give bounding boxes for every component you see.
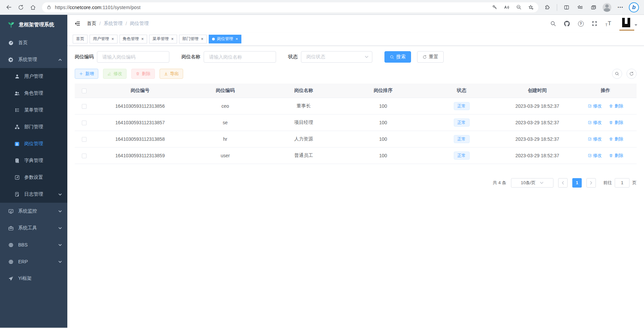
export-button[interactable]: 导出 bbox=[160, 69, 183, 79]
sidebar-item-dictionary[interactable]: 字典管理 bbox=[0, 152, 67, 169]
row-edit-link[interactable]: 修改 bbox=[588, 153, 602, 159]
tab-role-management[interactable]: 角色管理 bbox=[120, 35, 147, 43]
row-delete-link[interactable]: 删除 bbox=[609, 136, 623, 142]
sidebar-item-parameters[interactable]: 参数设置 bbox=[0, 169, 67, 186]
tab-post-management[interactable]: 岗位管理 bbox=[209, 35, 241, 43]
cell-post-sort: 100 bbox=[343, 147, 423, 164]
home-button[interactable] bbox=[27, 2, 39, 13]
close-icon[interactable] bbox=[111, 37, 114, 41]
toolbar-divider bbox=[557, 4, 557, 11]
row-delete-link[interactable]: 删除 bbox=[609, 153, 623, 159]
cell-post-id: 1641030593112313859 bbox=[94, 147, 187, 164]
sidebar-item-roles[interactable]: 角色管理 bbox=[0, 85, 67, 102]
select-all-checkbox[interactable] bbox=[82, 89, 87, 93]
row-edit-link[interactable]: 修改 bbox=[588, 136, 602, 142]
tab-menu-management[interactable]: 菜单管理 bbox=[149, 35, 177, 43]
sidebar-item-monitor[interactable]: 系统监控 bbox=[0, 203, 67, 220]
tab-home[interactable]: 首页 bbox=[73, 35, 88, 43]
refresh-button[interactable] bbox=[15, 2, 27, 13]
goto-page-input[interactable] bbox=[615, 178, 630, 188]
goto-label: 前往 bbox=[603, 180, 612, 186]
help-button[interactable] bbox=[577, 20, 585, 28]
sidebar-item-system[interactable]: 系统管理 bbox=[0, 51, 67, 68]
add-button[interactable]: 新增 bbox=[75, 69, 98, 79]
close-icon[interactable] bbox=[141, 37, 144, 41]
status-badge: 正常 bbox=[454, 152, 470, 160]
zoom-out-button[interactable] bbox=[514, 3, 524, 12]
row-checkbox[interactable] bbox=[82, 154, 87, 158]
user-avatar-menu[interactable] bbox=[620, 17, 637, 31]
sidebar-item-logs[interactable]: 日志管理 bbox=[0, 186, 67, 203]
post-code-input[interactable] bbox=[97, 51, 169, 63]
refresh-table-button[interactable] bbox=[626, 69, 637, 79]
delete-button[interactable]: 删除 bbox=[131, 69, 155, 79]
menu-fold-button[interactable] bbox=[74, 20, 81, 27]
sidebar-item-home[interactable]: 首页 bbox=[0, 34, 67, 51]
row-checkbox[interactable] bbox=[82, 137, 87, 142]
row-checkbox[interactable] bbox=[82, 104, 87, 109]
sidebar-item-tools[interactable]: 系统工具 bbox=[0, 220, 67, 236]
password-button[interactable] bbox=[489, 3, 500, 12]
collections-button[interactable] bbox=[587, 2, 600, 13]
table-row: 1641030593112313859 user 普通员工 100 正常 202… bbox=[75, 147, 637, 164]
sidebar-menu: 首页 系统管理 用户管理 bbox=[0, 34, 67, 287]
search-button[interactable]: 搜索 bbox=[384, 51, 411, 63]
search-icon bbox=[615, 71, 619, 76]
status-select[interactable]: 岗位状态 bbox=[301, 51, 372, 63]
breadcrumb-home[interactable]: 首页 bbox=[87, 21, 96, 27]
reset-button[interactable]: 重置 bbox=[417, 51, 444, 63]
row-delete-link[interactable]: 删除 bbox=[609, 120, 623, 126]
breadcrumb-current: 岗位管理 bbox=[130, 21, 149, 27]
back-button[interactable] bbox=[3, 2, 15, 13]
prev-page-button[interactable] bbox=[558, 178, 568, 188]
sidebar-item-menus[interactable]: 菜单管理 bbox=[0, 102, 67, 119]
tab-dept-management[interactable]: 部门管理 bbox=[179, 35, 207, 43]
extensions-button[interactable] bbox=[541, 2, 553, 13]
font-size-button[interactable] bbox=[604, 20, 612, 28]
sidebar-item-label: 部门管理 bbox=[24, 124, 43, 130]
chevron-left-icon bbox=[561, 181, 565, 185]
github-button[interactable] bbox=[563, 20, 571, 28]
profile-button[interactable] bbox=[601, 2, 613, 13]
close-icon[interactable] bbox=[201, 37, 204, 41]
extensions-icon bbox=[544, 4, 550, 10]
sidebar-item-posts[interactable]: 岗位管理 bbox=[0, 135, 67, 152]
fullscreen-button[interactable] bbox=[590, 20, 599, 28]
next-page-button[interactable] bbox=[586, 178, 596, 188]
sidebar-item-users[interactable]: 用户管理 bbox=[0, 68, 67, 85]
row-delete-link[interactable]: 删除 bbox=[609, 103, 623, 109]
close-icon[interactable] bbox=[235, 37, 238, 41]
edit-button[interactable]: 修改 bbox=[103, 69, 127, 79]
cell-post-code: user bbox=[187, 147, 264, 164]
page-size-select[interactable]: 10条/页 bbox=[511, 178, 553, 188]
sidebar-item-departments[interactable]: 部门管理 bbox=[0, 119, 67, 135]
column-status: 状态 bbox=[423, 84, 500, 98]
row-edit-link[interactable]: 修改 bbox=[588, 120, 602, 126]
chevron-down-icon bbox=[58, 260, 62, 264]
more-icon bbox=[617, 4, 624, 11]
browser-chrome: https://ccnetcore.com:1101/system/post bbox=[0, 0, 644, 15]
sidebar-item-yi-framework[interactable]: Yi框架 bbox=[0, 270, 67, 287]
add-favorite-button[interactable] bbox=[526, 3, 536, 12]
sidebar-item-erp[interactable]: ERP bbox=[0, 253, 67, 270]
favorites-bar-button[interactable] bbox=[574, 2, 586, 13]
user-icon bbox=[14, 74, 20, 79]
header-search-button[interactable] bbox=[549, 20, 557, 28]
read-aloud-button[interactable] bbox=[502, 3, 512, 12]
split-screen-button[interactable] bbox=[561, 2, 573, 13]
edit-button-label: 修改 bbox=[113, 71, 122, 77]
page-number-button[interactable]: 1 bbox=[572, 178, 582, 188]
bing-chat-icon bbox=[629, 2, 639, 12]
row-edit-link[interactable]: 修改 bbox=[588, 103, 602, 109]
tab-label: 部门管理 bbox=[182, 36, 199, 42]
settings-menu-button[interactable] bbox=[614, 2, 626, 13]
close-icon[interactable] bbox=[171, 37, 174, 41]
post-name-input[interactable] bbox=[204, 51, 276, 63]
sidebar-item-bbs[interactable]: BBS bbox=[0, 236, 67, 253]
app-logo[interactable]: 意框架管理系统 bbox=[0, 15, 67, 34]
address-bar[interactable]: https://ccnetcore.com:1101/system/post bbox=[42, 2, 539, 13]
bing-chat-button[interactable] bbox=[628, 2, 640, 13]
tab-user-management[interactable]: 用户管理 bbox=[90, 35, 117, 43]
toggle-search-button[interactable] bbox=[612, 69, 622, 79]
row-checkbox[interactable] bbox=[82, 121, 87, 125]
